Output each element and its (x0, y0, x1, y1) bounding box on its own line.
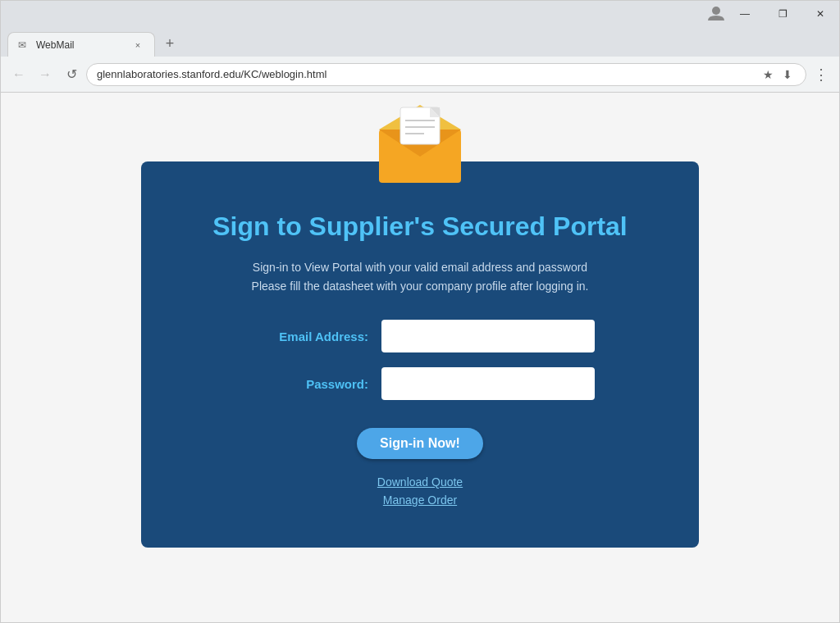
bookmark-icon[interactable]: ★ (760, 66, 776, 83)
download-icon[interactable]: ⬇ (779, 66, 796, 83)
new-tab-button[interactable]: + (158, 32, 181, 55)
subtitle-line2: Please fill the datasheet with your comp… (252, 277, 589, 295)
close-button[interactable]: ✕ (801, 1, 839, 27)
title-bar: — ❐ ✕ (1, 1, 839, 27)
minimize-button[interactable]: — (726, 1, 764, 27)
webmail-tab[interactable]: ✉ WebMail × (7, 32, 155, 57)
password-field-row: Password: (207, 367, 633, 400)
links-area: Download Quote Manage Order (377, 475, 463, 507)
download-quote-link[interactable]: Download Quote (377, 475, 463, 489)
envelope-illustration (371, 101, 469, 183)
forward-button[interactable]: → (34, 63, 57, 86)
window-controls: — ❐ ✕ (726, 1, 839, 27)
email-input[interactable] (381, 320, 595, 352)
password-input[interactable] (381, 367, 595, 400)
restore-button[interactable]: ❐ (764, 1, 801, 27)
svg-point-0 (712, 7, 720, 15)
email-label: Email Address: (245, 330, 368, 343)
page-content: Sign to Supplier's Secured Portal Sign-i… (1, 93, 839, 622)
login-card: Sign to Supplier's Secured Portal Sign-i… (141, 161, 699, 548)
address-bar-row: ← → ↺ glennlaboratories.stanford.edu/KC/… (1, 57, 839, 93)
signin-button[interactable]: Sign-in Now! (357, 428, 483, 459)
url-text: glennlaboratories.stanford.edu/KC/weblog… (97, 68, 760, 80)
tab-bar: ✉ WebMail × + (1, 27, 839, 57)
email-field-row: Email Address: (207, 320, 633, 352)
address-bar[interactable]: glennlaboratories.stanford.edu/KC/weblog… (86, 63, 806, 86)
reload-button[interactable]: ↺ (60, 63, 83, 86)
close-tab-button[interactable]: × (131, 39, 144, 52)
envelope-icon-container (371, 101, 469, 186)
tab-favicon-icon: ✉ (18, 39, 30, 51)
portal-title: Sign to Supplier's Secured Portal (212, 211, 627, 242)
tab-label: WebMail (36, 39, 74, 51)
address-icons: ★ ⬇ (760, 66, 796, 83)
manage-order-link[interactable]: Manage Order (383, 493, 457, 507)
subtitle-line1: Sign-in to View Portal with your valid e… (252, 258, 589, 276)
password-label: Password: (245, 377, 368, 391)
back-button[interactable]: ← (7, 63, 30, 86)
profile-icon (706, 4, 726, 24)
portal-subtitle: Sign-in to View Portal with your valid e… (252, 258, 589, 295)
menu-button[interactable]: ⋮ (810, 63, 833, 86)
user-icon-area (706, 4, 726, 24)
browser-window: — ❐ ✕ ✉ WebMail × + ← → ↺ glennlaborator… (0, 0, 840, 623)
